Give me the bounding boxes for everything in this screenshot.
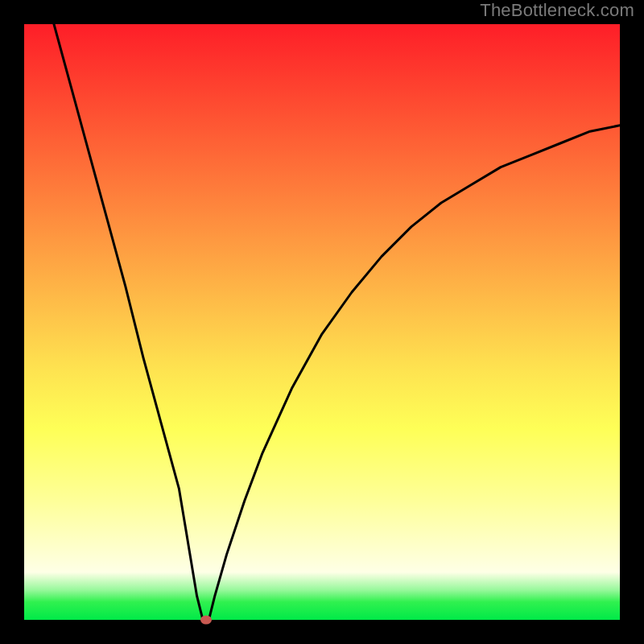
plot-area [24,24,620,620]
chart-frame: TheBottleneck.com [0,0,644,644]
curve-svg [24,24,620,620]
optimum-point-marker [200,616,212,625]
watermark-text: TheBottleneck.com [480,0,634,21]
bottleneck-curve-path [54,24,620,620]
